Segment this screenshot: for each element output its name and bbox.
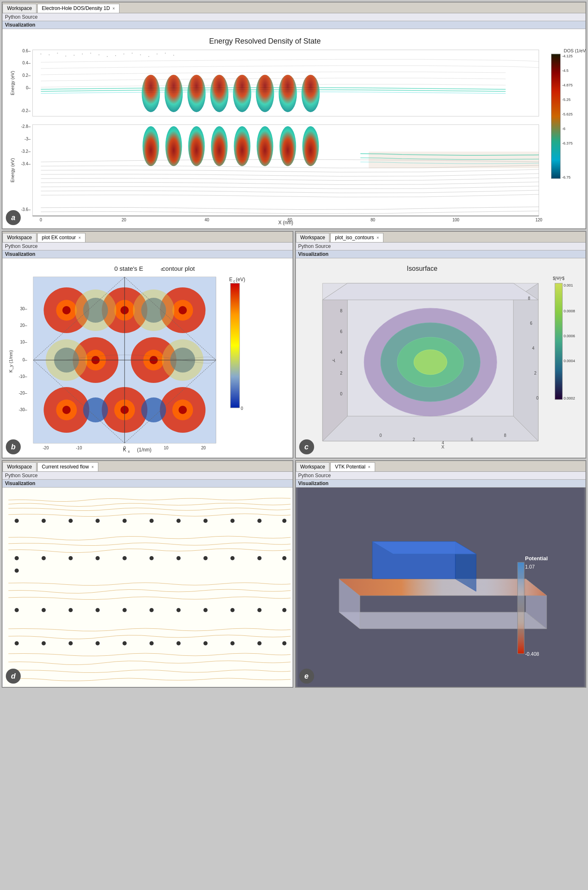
svg-point-91	[178, 306, 187, 314]
svg-point-102	[141, 397, 166, 422]
svg-point-186	[257, 556, 261, 560]
iso-contours-tab[interactable]: plot_iso_contours ×	[330, 233, 383, 242]
svg-rect-126	[230, 283, 239, 408]
svg-point-166	[15, 519, 19, 523]
svg-text:-6.75: -6.75	[562, 175, 571, 179]
svg-text:-3.4–: -3.4–	[21, 162, 31, 166]
workspace-tab-d[interactable]: Workspace	[2, 462, 37, 471]
svg-text:(eV): (eV)	[236, 277, 245, 282]
svg-text:-3.2–: -3.2–	[21, 149, 31, 154]
svg-text:0–: 0–	[22, 358, 27, 362]
panel-a-svg: Energy Resolved Density of State Energy …	[2, 29, 586, 228]
svg-point-191	[95, 608, 100, 612]
svg-point-140	[414, 350, 447, 375]
svg-point-209	[282, 641, 286, 645]
close-iso-icon[interactable]: ×	[376, 235, 379, 240]
svg-text:0–: 0–	[26, 86, 31, 90]
python-source-b: Python Source	[2, 243, 293, 250]
svg-point-190	[68, 608, 73, 612]
ek-contour-tab[interactable]: plot EK contour ×	[37, 233, 85, 242]
svg-point-28	[210, 75, 229, 112]
svg-point-204	[149, 641, 154, 645]
svg-text:-4.5: -4.5	[562, 69, 569, 73]
panel-b-outer: Workspace plot EK contour × Python Sourc…	[2, 231, 293, 458]
svg-point-89	[62, 306, 71, 314]
panel-c-tab-bar: Workspace plot_iso_contours ×	[296, 232, 586, 243]
svg-rect-58	[551, 54, 561, 179]
svg-point-169	[95, 519, 100, 523]
svg-text:0 state's E: 0 state's E	[114, 265, 143, 272]
svg-text:-10–: -10–	[19, 374, 27, 379]
svg-point-202	[95, 641, 100, 645]
svg-text:80: 80	[371, 218, 376, 222]
panel-b-svg: 0 state's E c contour plot	[2, 258, 293, 458]
svg-text:-3.6–: -3.6–	[21, 207, 31, 212]
svg-point-181	[122, 556, 127, 560]
workspace-tab-b[interactable]: Workspace	[2, 233, 37, 242]
svg-point-19	[132, 53, 133, 54]
svg-point-22	[157, 54, 158, 54]
close-ek-icon[interactable]: ×	[78, 235, 81, 240]
svg-text:6: 6	[530, 321, 532, 326]
svg-text:-6.375: -6.375	[562, 141, 573, 145]
viz-header-top: Visualization	[2, 21, 586, 29]
svg-point-46	[257, 126, 273, 166]
svg-point-20	[140, 54, 141, 55]
svg-point-179	[68, 556, 73, 560]
svg-point-203	[122, 641, 127, 645]
panel-e-content: Potential 1.07 -0.408 e	[296, 488, 586, 687]
svg-text:-20: -20	[43, 446, 49, 450]
svg-point-23	[165, 53, 166, 54]
panel-c-content: Isosurface	[296, 258, 586, 458]
svg-point-45	[234, 126, 251, 166]
svg-point-29	[233, 75, 251, 112]
top-tab-bar: Workspace Electron-Hole DOS/Density 1D ×	[2, 2, 586, 13]
svg-text:-4.875: -4.875	[562, 83, 573, 87]
svg-text:120: 120	[535, 218, 542, 222]
svg-text:(1/nm): (1/nm)	[137, 447, 151, 453]
svg-point-207	[230, 641, 234, 645]
svg-point-195	[203, 608, 207, 612]
svg-text:Energy (eV): Energy (eV)	[10, 71, 15, 96]
panel-b-badge: b	[6, 439, 21, 454]
active-tab-top[interactable]: Electron-Hole DOS/Density 1D ×	[37, 4, 120, 13]
current-flow-tab[interactable]: Current resolved flow ×	[37, 462, 98, 471]
svg-text:0: 0	[340, 392, 342, 396]
close-vtk-icon[interactable]: ×	[368, 465, 371, 469]
panel-e-outer: Workspace VTK Potential × Python Source …	[295, 460, 587, 688]
svg-point-188	[15, 608, 19, 612]
svg-marker-136	[322, 283, 538, 300]
svg-point-30	[256, 75, 274, 112]
close-flow-icon[interactable]: ×	[91, 465, 94, 469]
svg-text:-5.25: -5.25	[562, 98, 571, 102]
vtk-potential-tab[interactable]: VTK Potential ×	[330, 462, 375, 471]
workspace-label-e: Workspace	[300, 464, 325, 470]
svg-text:6: 6	[471, 437, 473, 442]
svg-point-185	[230, 556, 234, 560]
svg-point-194	[176, 608, 181, 612]
viz-header-c: Visualization	[296, 250, 586, 258]
workspace-tab-top[interactable]: Workspace	[2, 4, 37, 13]
third-row: Workspace Current resolved flow × Python…	[2, 460, 586, 688]
workspace-tab-c[interactable]: Workspace	[296, 233, 330, 242]
svg-point-193	[149, 608, 154, 612]
svg-point-104	[133, 289, 174, 331]
svg-point-180	[95, 556, 100, 560]
svg-text:8: 8	[504, 433, 506, 438]
panel-d-content: d	[2, 488, 293, 687]
svg-point-47	[280, 126, 296, 166]
svg-point-48	[303, 126, 319, 166]
svg-point-15	[99, 54, 100, 55]
top-panel: Workspace Electron-Hole DOS/Density 1D ×…	[2, 2, 586, 229]
svg-point-175	[257, 519, 261, 523]
svg-text:40: 40	[205, 218, 210, 222]
svg-point-189	[41, 608, 46, 612]
svg-point-25	[142, 75, 160, 112]
panel-c-outer: Workspace plot_iso_contours × Python Sou…	[295, 231, 587, 458]
panel-e-badge: e	[299, 669, 314, 684]
svg-point-32	[302, 75, 320, 112]
workspace-tab-e[interactable]: Workspace	[296, 462, 330, 471]
panel-d-outer: Workspace Current resolved flow × Python…	[2, 460, 293, 688]
panel-e-svg: Potential 1.07 -0.408	[296, 488, 586, 687]
close-tab-icon[interactable]: ×	[112, 6, 115, 11]
